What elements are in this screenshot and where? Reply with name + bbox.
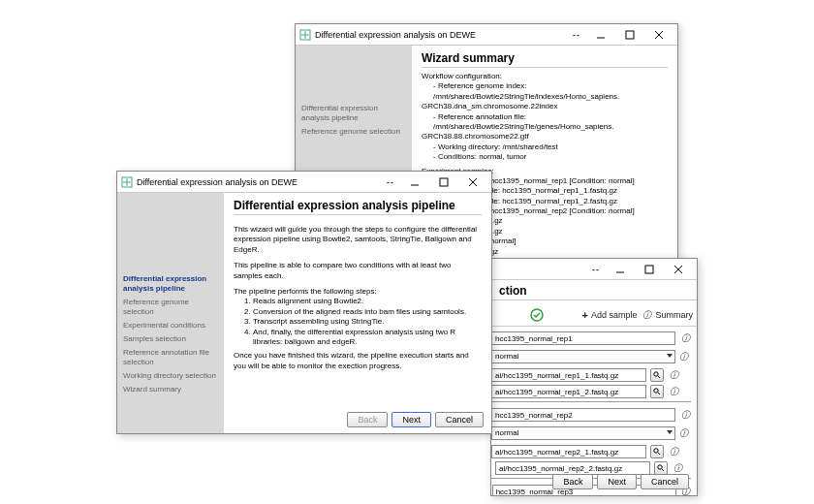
- svg-rect-1: [626, 31, 634, 39]
- info-icon: ⓘ: [642, 309, 653, 321]
- wizard-buttons: Back Next Cancel: [552, 474, 689, 489]
- info-icon: ⓘ: [679, 409, 691, 421]
- heading: Wizard summary: [422, 51, 668, 68]
- condition-combo[interactable]: normal: [491, 350, 675, 363]
- summary-label: Summary: [656, 310, 694, 320]
- browse-button[interactable]: [650, 385, 664, 398]
- add-sample-button[interactable]: +Add sample: [582, 309, 638, 321]
- svg-rect-2: [645, 266, 653, 273]
- svg-point-6: [654, 449, 658, 453]
- svg-point-5: [654, 389, 658, 393]
- browse-button[interactable]: [654, 461, 668, 475]
- maximize-button[interactable]: [429, 173, 458, 191]
- back-button: Back: [347, 412, 388, 427]
- title-dash: --: [387, 177, 394, 187]
- reads2-input[interactable]: [491, 385, 646, 398]
- sidebar-item[interactable]: Reference genome selection: [301, 127, 406, 137]
- condition-combo[interactable]: normal: [491, 426, 675, 440]
- cancel-button[interactable]: Cancel: [641, 474, 689, 489]
- reads2-input[interactable]: [495, 461, 650, 475]
- svg-rect-9: [440, 178, 448, 186]
- info-icon: ⓘ: [668, 369, 679, 381]
- next-button[interactable]: Next: [391, 412, 431, 427]
- close-button[interactable]: [664, 261, 693, 278]
- info-icon: ⓘ: [672, 462, 683, 474]
- app-icon: [121, 176, 133, 188]
- window-title: Differential expression analysis on DEWE: [137, 177, 297, 187]
- info-icon: ⓘ: [679, 351, 688, 362]
- sample-name-input[interactable]: [491, 331, 675, 345]
- ref-anno2: GRCh38.88.chromosome22.gtf: [422, 132, 668, 142]
- sidebar-item[interactable]: Reference annotation file selection: [123, 348, 218, 367]
- titlebar: --: [491, 259, 697, 280]
- steps-list: Reads alignment using Bowtie2. Conversio…: [253, 297, 482, 347]
- minimize-button[interactable]: [586, 26, 615, 44]
- sidebar-item[interactable]: Samples selection: [123, 334, 218, 344]
- sidebar-item[interactable]: Differential expression analysis pipelin…: [123, 274, 218, 294]
- info-icon: ⓘ: [668, 446, 679, 457]
- add-sample-label: Add sample: [591, 310, 638, 320]
- step-item: And, finally, the differential expressio…: [253, 328, 482, 348]
- conditions: - Conditions: normal, tumor: [433, 152, 668, 162]
- minimize-button[interactable]: [606, 261, 635, 278]
- cancel-button[interactable]: Cancel: [435, 412, 484, 427]
- ref-genome2: GRCh38.dna_sm.chromosome.22index: [422, 102, 668, 111]
- svg-point-4: [654, 372, 658, 376]
- sidebar-item[interactable]: Reference genome selection: [123, 298, 218, 317]
- info-icon: ⓘ: [679, 332, 691, 344]
- close-button[interactable]: [644, 26, 673, 44]
- sidebar-item[interactable]: Wizard summary: [123, 385, 218, 394]
- sidebar: Differential expression analysis pipelin…: [117, 193, 224, 433]
- browse-button[interactable]: [650, 445, 664, 458]
- window-pipeline: Differential expression analysis on DEWE…: [116, 171, 492, 434]
- sidebar-item[interactable]: Working directory selection: [123, 371, 218, 381]
- step-item: Transcript assembling using StringTie.: [253, 317, 482, 327]
- para: This wizard will guide you through the s…: [234, 225, 482, 255]
- reads1-input[interactable]: [491, 368, 646, 382]
- samples-toolbar: +Add sample ⓘSummary: [491, 304, 697, 327]
- window-samples: -- ction +Add sample ⓘSummary ⓘ normal ⓘ: [490, 258, 698, 496]
- minimize-button[interactable]: [400, 173, 429, 191]
- reads1-input[interactable]: [491, 445, 646, 458]
- titlebar: Differential expression analysis on DEWE…: [296, 24, 677, 46]
- title-dash: --: [573, 30, 580, 40]
- browse-button[interactable]: [650, 368, 664, 382]
- ref-anno: - Reference annotation file: /mnt/shared…: [433, 112, 668, 133]
- title-dash: --: [592, 265, 600, 274]
- maximize-button[interactable]: [635, 261, 664, 278]
- sidebar-item[interactable]: Differential expression analysis pipelin…: [301, 104, 406, 123]
- workflow-label: Workflow configuration:: [422, 72, 668, 81]
- sidebar-item[interactable]: Experimental conditions: [123, 321, 218, 331]
- app-icon: [299, 29, 311, 41]
- wizard-buttons: Back Next Cancel: [347, 412, 484, 427]
- next-button[interactable]: Next: [597, 474, 637, 489]
- para: The pipeline performs the following step…: [234, 287, 482, 297]
- ref-genome: - Reference genome index: /mnt/shared/Bo…: [433, 81, 668, 102]
- para: This pipeline is able to compare two con…: [234, 261, 482, 281]
- svg-point-7: [658, 465, 662, 469]
- step-item: Conversion of the aligned reads into bam…: [253, 307, 482, 317]
- titlebar: Differential expression analysis on DEWE…: [117, 172, 491, 193]
- step-item: Reads alignment using Bowtie2.: [253, 297, 482, 306]
- para: Once you have finished this wizard, the …: [234, 351, 482, 371]
- info-icon: ⓘ: [679, 427, 688, 439]
- check-icon: [530, 308, 544, 322]
- sample-name-input[interactable]: [491, 408, 675, 422]
- info-icon: ⓘ: [668, 386, 679, 397]
- close-button[interactable]: [458, 173, 487, 191]
- content-pipeline: Differential expression analysis pipelin…: [224, 193, 491, 433]
- workdir: - Working directory: /mnt/shared/test: [433, 142, 668, 152]
- heading: Differential expression analysis pipelin…: [234, 199, 482, 215]
- maximize-button[interactable]: [615, 26, 644, 44]
- window-title: Differential expression analysis on DEWE: [315, 30, 476, 40]
- back-button[interactable]: Back: [552, 474, 593, 489]
- heading: ction: [491, 280, 697, 300]
- summary-button[interactable]: ⓘSummary: [642, 309, 694, 321]
- samples-content: ction +Add sample ⓘSummary ⓘ normal ⓘ ⓘ: [491, 280, 697, 495]
